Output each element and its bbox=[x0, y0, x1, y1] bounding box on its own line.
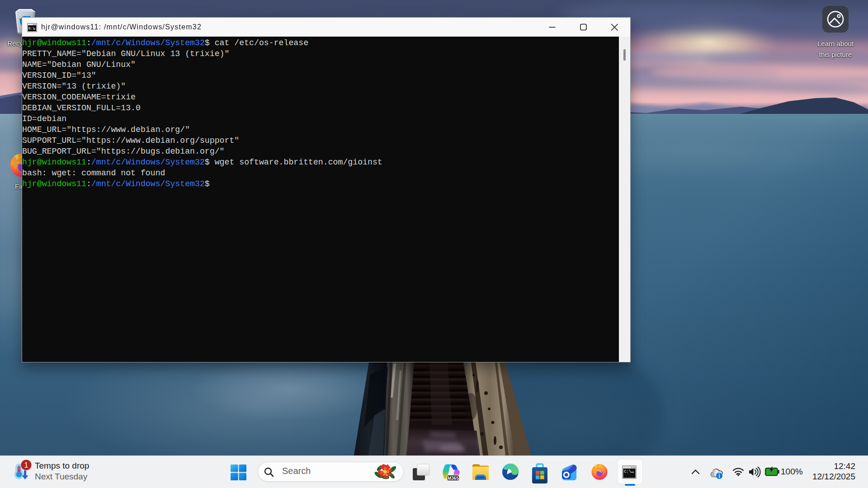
svg-text:C:\: C:\ bbox=[28, 26, 35, 30]
svg-text:C:\: C:\ bbox=[624, 469, 631, 474]
svg-text:1: 1 bbox=[24, 461, 28, 469]
svg-text:M365: M365 bbox=[448, 476, 459, 481]
